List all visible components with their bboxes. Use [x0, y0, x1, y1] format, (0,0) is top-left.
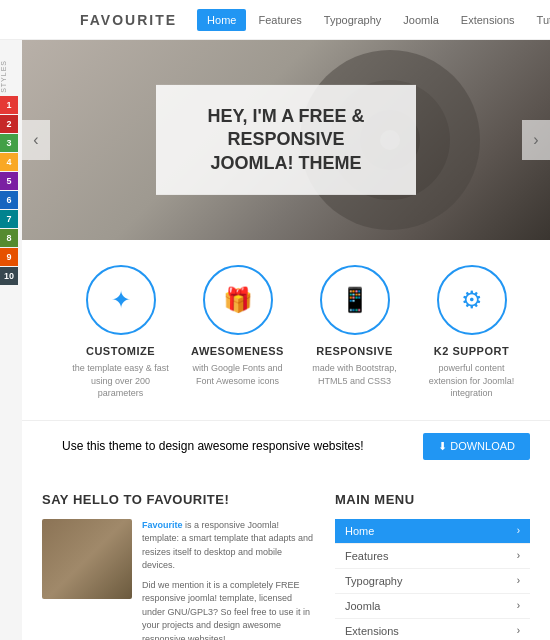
say-hello-title: SAY HELLO TO FAVOURITE! [42, 492, 315, 507]
hero-slider: ‹ HEY, I'M A FREE & RESPONSIVE JOOMLA! T… [22, 40, 550, 240]
hello-content: Favourite is a responsive Joomla! templa… [42, 519, 315, 640]
nav-typography[interactable]: Typography [314, 9, 391, 31]
feature-awesomeness: 🎁 AWESOMENESS with Google Fonts and Font… [188, 265, 288, 400]
menu-item-extensions-label: Extensions [345, 625, 399, 637]
feature-k2-title: K2 SUPPORT [422, 345, 522, 357]
style-dot-2[interactable]: 2 [0, 115, 18, 133]
menu-item-joomla[interactable]: Joomla › [335, 594, 530, 619]
feature-awesomeness-desc: with Google Fonts and Font Awesome icons [188, 362, 288, 387]
style-dot-8[interactable]: 8 [0, 229, 18, 247]
menu-item-extensions[interactable]: Extensions › [335, 619, 530, 640]
hero-title: HEY, I'M A FREE & RESPONSIVE JOOMLA! THE… [186, 105, 386, 175]
feature-k2-icon: ⚙ [437, 265, 507, 335]
content-area: SAY HELLO TO FAVOURITE! Favourite is a r… [22, 472, 550, 640]
main-menu-list: Home › Features › Typography › Joomla › … [335, 519, 530, 640]
say-hello-section: SAY HELLO TO FAVOURITE! Favourite is a r… [42, 492, 315, 640]
hello-image [42, 519, 132, 599]
menu-arrow-icon: › [517, 550, 520, 561]
menu-arrow-icon: › [517, 600, 520, 611]
menu-arrow-icon: › [517, 625, 520, 636]
download-button[interactable]: ⬇ DOWNLOAD [423, 433, 530, 460]
feature-customize-desc: the template easy & fast using over 200 … [71, 362, 171, 400]
menu-item-typography[interactable]: Typography › [335, 569, 530, 594]
main-menu-section: MAIN MENU Home › Features › Typography ›… [335, 492, 530, 640]
feature-k2: ⚙ K2 SUPPORT powerful content extension … [422, 265, 522, 400]
style-dot-6[interactable]: 6 [0, 191, 18, 209]
nav-extensions[interactable]: Extensions [451, 9, 525, 31]
highlight-word: Favourite [142, 520, 183, 530]
style-dot-7[interactable]: 7 [0, 210, 18, 228]
hero-prev-button[interactable]: ‹ [22, 120, 50, 160]
download-bar: Use this theme to design awesome respons… [22, 420, 550, 472]
menu-arrow-icon: › [517, 575, 520, 586]
feature-responsive-desc: made with Bootstrap, HTML5 and CSS3 [305, 362, 405, 387]
feature-customize-icon: ✦ [86, 265, 156, 335]
menu-item-home-label: Home [345, 525, 374, 537]
style-dot-10[interactable]: 10 [0, 267, 18, 285]
style-dot-9[interactable]: 9 [0, 248, 18, 266]
nav-home[interactable]: Home [197, 9, 246, 31]
feature-customize-title: CUSTOMIZE [71, 345, 171, 357]
feature-responsive-icon: 📱 [320, 265, 390, 335]
download-text: Use this theme to design awesome respons… [62, 439, 363, 453]
menu-item-typography-label: Typography [345, 575, 402, 587]
menu-item-home[interactable]: Home › [335, 519, 530, 544]
styles-label: STYLES [0, 60, 18, 93]
menu-item-features[interactable]: Features › [335, 544, 530, 569]
hero-overlay: HEY, I'M A FREE & RESPONSIVE JOOMLA! THE… [156, 85, 416, 195]
menu-arrow-icon: › [517, 525, 520, 536]
main-menu-title: MAIN MENU [335, 492, 530, 507]
features-section: ✦ CUSTOMIZE the template easy & fast usi… [22, 240, 550, 420]
style-dot-4[interactable]: 4 [0, 153, 18, 171]
nav-tutorials[interactable]: Tutorials [527, 9, 550, 31]
header: FAVOURITE Home Features Typography Jooml… [0, 0, 550, 40]
style-dot-3[interactable]: 3 [0, 134, 18, 152]
nav: Home Features Typography Joomla Extensio… [197, 9, 550, 31]
feature-responsive: 📱 RESPONSIVE made with Bootstrap, HTML5 … [305, 265, 405, 400]
feature-awesomeness-title: AWESOMENESS [188, 345, 288, 357]
nav-joomla[interactable]: Joomla [393, 9, 448, 31]
styles-sidebar: STYLES 1 2 3 4 5 6 7 8 9 10 [0, 60, 18, 286]
nav-features[interactable]: Features [248, 9, 311, 31]
menu-item-joomla-label: Joomla [345, 600, 380, 612]
menu-item-features-label: Features [345, 550, 388, 562]
logo: FAVOURITE [80, 12, 177, 28]
feature-customize: ✦ CUSTOMIZE the template easy & fast usi… [71, 265, 171, 400]
feature-k2-desc: powerful content extension for Joomla! i… [422, 362, 522, 400]
hello-paragraph1: Favourite is a responsive Joomla! templa… [142, 519, 315, 573]
feature-awesomeness-icon: 🎁 [203, 265, 273, 335]
hello-paragraph2: Did we mention it is a completely FREE r… [142, 579, 315, 640]
style-dot-5[interactable]: 5 [0, 172, 18, 190]
feature-responsive-title: RESPONSIVE [305, 345, 405, 357]
hero-next-button[interactable]: › [522, 120, 550, 160]
style-dot-1[interactable]: 1 [0, 96, 18, 114]
hello-text-block: Favourite is a responsive Joomla! templa… [142, 519, 315, 640]
